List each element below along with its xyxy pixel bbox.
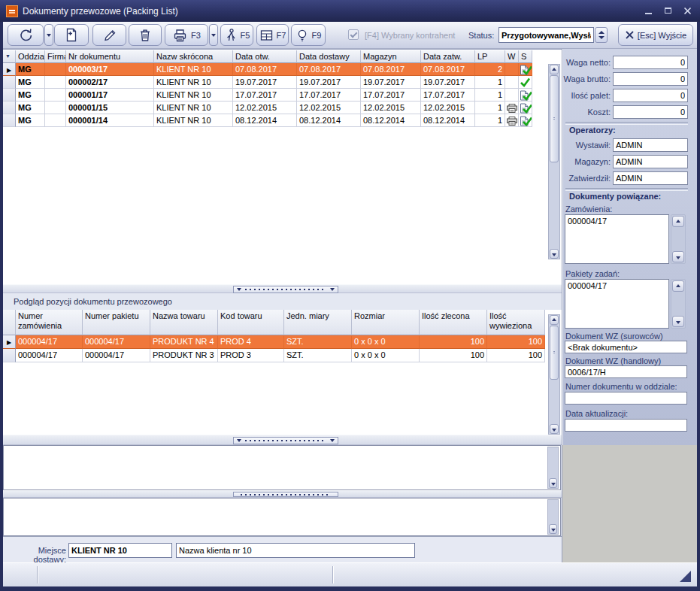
titlebar[interactable]: Dokumenty przewozowe (Packing List) — [0, 0, 700, 22]
table-row[interactable]: MG000001/15KLIENT NR 1012.02.201512.02.2… — [3, 102, 562, 114]
cell-w_icons — [505, 114, 519, 127]
table-row[interactable]: ▶MG000003/17KLIENT NR 1007.08.201707.08.… — [3, 63, 562, 76]
scroll-down-button[interactable] — [550, 249, 559, 259]
data-aktualizacji-input[interactable] — [565, 419, 687, 432]
f4-checkbox[interactable] — [348, 29, 359, 40]
magazyn-input[interactable] — [613, 155, 688, 168]
column-header-ilosc_wywieziona[interactable]: Ilość wywieziona — [487, 310, 545, 335]
memo-panel-top-scrollbar[interactable] — [547, 447, 559, 489]
column-header-nazwa_skrocona[interactable]: Nazw skrócona — [154, 50, 233, 63]
memo-panel-bottom[interactable] — [3, 498, 561, 536]
close-button[interactable] — [682, 5, 692, 16]
table-row[interactable]: MG000002/17KLIENT NR 1019.07.201719.07.2… — [3, 76, 562, 89]
splitter-grip[interactable] — [233, 492, 338, 497]
wystawil-input[interactable] — [613, 138, 688, 152]
print-button[interactable]: F3 — [165, 24, 208, 46]
column-header-firma[interactable]: Firma — [45, 50, 66, 63]
waga-brutto-input[interactable] — [613, 72, 688, 86]
cell-ind — [3, 89, 16, 102]
koszt-input[interactable] — [613, 105, 688, 119]
delivery-name-input[interactable] — [176, 543, 415, 558]
cell-numer_zamowienia: 000004/17 — [16, 335, 83, 349]
zamowienia-listbox[interactable]: 000004/17 — [565, 214, 669, 264]
cell-nr_dokumentu: 000001/14 — [66, 114, 154, 127]
scroll-thumb[interactable] — [550, 75, 559, 162]
edit-button[interactable] — [92, 24, 126, 46]
grid-icon — [259, 29, 274, 42]
exit-button[interactable]: [Esc] Wyjście — [618, 24, 693, 46]
delete-button[interactable] — [129, 24, 162, 46]
column-header-nr_dokumentu[interactable]: Nr dokumentu — [66, 50, 154, 63]
pakiety-scrollbar[interactable] — [671, 279, 686, 329]
column-header-ilosc_zlecona[interactable]: Ilość zlecona — [420, 310, 487, 335]
table-row[interactable]: 000004/17000004/17PRODUKT NR 3PROD 3SZT.… — [3, 349, 562, 362]
cell-nazwa_skrocona: KLIENT NR 10 — [154, 114, 233, 127]
contractor-button[interactable]: F5 — [220, 24, 253, 46]
scroll-up-button[interactable] — [672, 280, 684, 292]
column-header-lp[interactable]: LP — [475, 50, 505, 63]
column-header-kod_towaru[interactable]: Kod towaru — [218, 310, 284, 335]
wz-surowcow-input[interactable] — [565, 341, 687, 353]
scroll-thumb[interactable] — [550, 326, 559, 380]
column-header-ind[interactable]: ▼ — [3, 50, 16, 63]
scroll-down-button[interactable] — [672, 316, 684, 327]
column-header-data_zatw[interactable]: Data zatw. — [421, 50, 475, 63]
column-header-nazwa_towaru[interactable]: Nazwa towaru — [150, 310, 218, 335]
column-header-ind[interactable] — [3, 310, 16, 335]
delivery-code-input[interactable] — [68, 543, 172, 558]
scroll-down-button[interactable] — [549, 478, 557, 488]
column-header-data_dostawy[interactable]: Data dostawy — [297, 50, 361, 63]
column-header-s_icons[interactable]: S — [519, 50, 532, 63]
column-header-oddzial[interactable]: Oddzial — [16, 50, 45, 63]
numer-oddzial-input[interactable] — [565, 392, 687, 405]
scroll-down-button[interactable] — [549, 524, 557, 534]
splitter-collapse-widget[interactable] — [233, 437, 338, 444]
pakiety-listbox[interactable]: 000004/17 — [565, 279, 669, 329]
scroll-down-button[interactable] — [672, 251, 684, 262]
refresh-button[interactable] — [8, 24, 44, 46]
cell-data_zatw: 19.07.2017 — [421, 76, 475, 89]
maximize-button[interactable] — [662, 5, 673, 16]
scroll-down-button[interactable] — [550, 424, 559, 434]
memo-panel-top[interactable] — [3, 445, 561, 490]
splitter[interactable] — [3, 284, 562, 293]
scroll-up-button[interactable] — [550, 315, 559, 325]
column-header-numer_pakietu[interactable]: Numer pakietu — [83, 310, 150, 335]
splitter-collapse-widget[interactable] — [233, 286, 338, 293]
column-header-jedn_miary[interactable]: Jedn. miary — [284, 310, 352, 335]
column-header-magazyn[interactable]: Magazyn — [361, 50, 421, 63]
status-spinner[interactable] — [595, 27, 608, 43]
print-shortcut: F3 — [191, 31, 201, 40]
minimize-button[interactable] — [643, 5, 653, 16]
hint-button[interactable]: F9 — [291, 24, 326, 46]
new-document-button[interactable] — [54, 24, 89, 46]
documents-table-scrollbar[interactable] — [548, 64, 560, 259]
ilosc-palet-input[interactable] — [613, 89, 688, 102]
scroll-up-button[interactable] — [550, 65, 559, 74]
column-header-numer_zamowienia[interactable]: Numer zamówienia — [16, 310, 83, 335]
positions-table-scrollbar[interactable] — [548, 314, 560, 435]
table-row[interactable]: MG000001/14KLIENT NR 1008.12.201408.12.2… — [3, 114, 562, 127]
cell-data_zatw: 17.07.2017 — [421, 89, 475, 102]
zatwierdzil-input[interactable] — [613, 171, 688, 185]
print-dropdown-button[interactable] — [209, 24, 218, 46]
summary-button[interactable]: F7 — [256, 24, 289, 46]
resize-grip[interactable] — [680, 571, 691, 582]
wz-handlowy-input[interactable] — [565, 365, 687, 378]
refresh-dropdown-button[interactable] — [44, 24, 53, 46]
table-row[interactable]: MG000001/17KLIENT NR 1017.07.201717.07.2… — [3, 89, 562, 102]
waga-netto-input[interactable] — [613, 56, 688, 69]
list-item[interactable]: 000004/17 — [565, 280, 668, 292]
zamowienia-scrollbar[interactable] — [671, 214, 686, 264]
column-header-rozmiar[interactable]: Rozmiar — [352, 310, 420, 335]
column-header-data_otw[interactable]: Data otw. — [233, 50, 297, 63]
status-combo[interactable] — [498, 27, 594, 43]
cell-jedn_miary: SZT. — [284, 349, 352, 362]
table-row[interactable]: ▶000004/17000004/17PRODUKT NR 4PROD 4SZT… — [3, 335, 562, 349]
scroll-up-button[interactable] — [672, 216, 684, 227]
splitter[interactable] — [3, 490, 562, 498]
splitter[interactable] — [3, 435, 562, 445]
column-header-w_icons[interactable]: W — [505, 50, 519, 63]
list-item[interactable]: 000004/17 — [565, 215, 668, 227]
memo-panel-bottom-scrollbar[interactable] — [547, 499, 559, 535]
